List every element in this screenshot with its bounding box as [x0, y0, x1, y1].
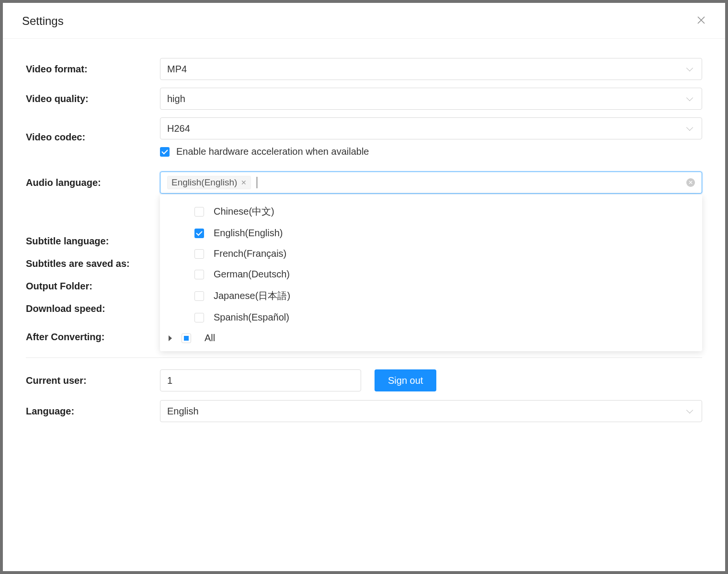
input-current-user[interactable]	[160, 369, 361, 391]
row-audio-language: Audio language: English(English) ✕ ✕ Chi…	[26, 172, 702, 194]
option-label: English(English)	[214, 228, 283, 239]
row-language: Language: English	[26, 400, 702, 422]
option-japanese[interactable]: Japanese(日本語)	[160, 285, 702, 307]
hardware-accel-row[interactable]: Enable hardware acceleration when availa…	[160, 146, 702, 157]
select-video-codec[interactable]: H264	[160, 117, 702, 139]
option-spanish[interactable]: Spanish(Español)	[160, 307, 702, 328]
option-english[interactable]: English(English)	[160, 223, 702, 243]
checkbox-option[interactable]	[194, 313, 204, 322]
modal-header: Settings	[3, 3, 725, 39]
dropdown-audio-language: Chinese(中文) English(English) French(Fran…	[160, 195, 702, 351]
modal-title: Settings	[22, 14, 64, 28]
option-chinese[interactable]: Chinese(中文)	[160, 200, 702, 223]
checkbox-option[interactable]	[194, 229, 204, 238]
label-audio-language: Audio language:	[26, 177, 160, 188]
option-german[interactable]: German(Deutsch)	[160, 264, 702, 285]
option-all[interactable]: All	[160, 328, 702, 344]
label-video-quality: Video quality:	[26, 93, 160, 104]
select-language[interactable]: English	[160, 400, 702, 422]
label-current-user: Current user:	[26, 375, 160, 386]
chevron-down-icon	[686, 408, 693, 414]
checkbox-option[interactable]	[194, 207, 204, 217]
modal-body: Video format: MP4 Video quality: high Vi…	[3, 39, 725, 422]
select-video-quality-value: high	[167, 93, 185, 104]
label-language: Language:	[26, 406, 160, 417]
checkbox-option[interactable]	[194, 270, 204, 279]
close-icon[interactable]	[696, 15, 706, 27]
row-current-user: Current user: Sign out	[26, 369, 702, 391]
chevron-down-icon	[686, 66, 693, 72]
row-video-format: Video format: MP4	[26, 58, 702, 80]
tag-remove-icon[interactable]: ✕	[241, 179, 247, 186]
select-video-quality[interactable]: high	[160, 88, 702, 110]
select-language-value: English	[167, 406, 199, 417]
chevron-down-icon	[686, 125, 693, 132]
checkbox-option[interactable]	[194, 249, 204, 259]
option-label: Japanese(日本語)	[214, 289, 290, 302]
option-label: French(Français)	[214, 248, 286, 259]
checkbox-option[interactable]	[194, 291, 204, 301]
settings-modal: Settings Video format: MP4 Video quality…	[3, 3, 725, 571]
label-download-speed: Download speed:	[26, 303, 160, 314]
option-french[interactable]: French(Français)	[160, 243, 702, 264]
row-video-codec: Video codec: H264 Enable hardware accele…	[26, 117, 702, 157]
option-all-label: All	[205, 333, 215, 344]
label-video-codec: Video codec:	[26, 132, 160, 143]
label-after-converting: After Converting:	[26, 332, 160, 343]
option-label: Chinese(中文)	[214, 205, 274, 218]
divider	[26, 357, 702, 358]
option-label: Spanish(Español)	[214, 312, 289, 323]
select-video-format[interactable]: MP4	[160, 58, 702, 80]
tag-selected-audio: English(English) ✕	[167, 176, 251, 189]
checkbox-all[interactable]	[182, 333, 191, 343]
multiselect-audio-language[interactable]: English(English) ✕ ✕	[160, 172, 702, 194]
label-subtitles-saved-as: Subtitles are saved as:	[26, 258, 160, 269]
checkbox-hardware-accel[interactable]	[160, 147, 170, 157]
label-hardware-accel: Enable hardware acceleration when availa…	[176, 146, 369, 157]
select-video-format-value: MP4	[167, 64, 187, 75]
option-label: German(Deutsch)	[214, 269, 290, 280]
label-output-folder: Output Folder:	[26, 281, 160, 292]
chevron-down-icon	[686, 95, 693, 102]
tag-selected-audio-label: English(English)	[171, 177, 237, 188]
clear-all-icon[interactable]: ✕	[686, 178, 695, 187]
caret-right-icon	[169, 335, 172, 341]
label-subtitle-language: Subtitle language:	[26, 236, 160, 247]
row-video-quality: Video quality: high	[26, 88, 702, 110]
label-video-format: Video format:	[26, 64, 160, 75]
text-caret	[257, 177, 257, 188]
select-video-codec-value: H264	[167, 123, 190, 134]
sign-out-button[interactable]: Sign out	[375, 369, 436, 391]
